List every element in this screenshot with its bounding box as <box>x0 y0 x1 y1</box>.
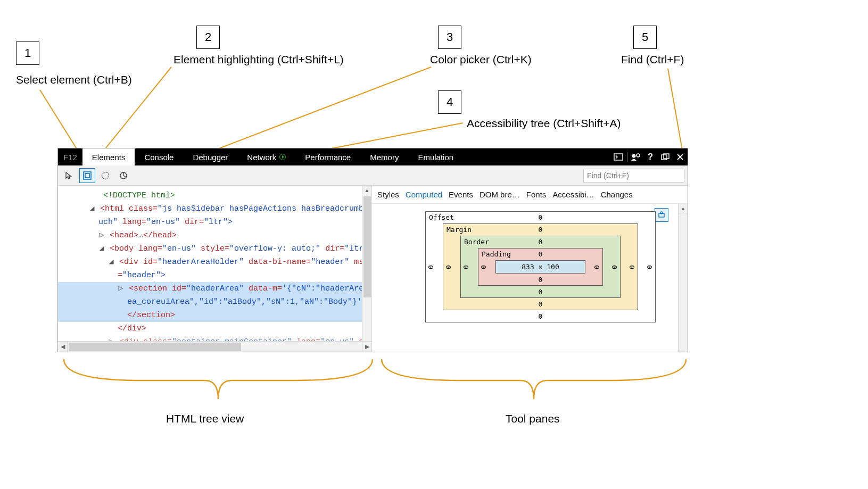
help-icon[interactable]: ? <box>643 148 658 165</box>
margin-top: 0 <box>539 226 543 234</box>
tree-line[interactable]: </div> <box>58 322 371 335</box>
tree-line[interactable]: ="header"> <box>58 269 371 282</box>
box-model-offset[interactable]: Offset 0 0 0 0 Margin 0 0 0 0 Border <box>425 211 656 322</box>
changes-tab[interactable]: Changes <box>601 190 633 199</box>
find-input[interactable] <box>583 169 684 183</box>
panel-scrollbar[interactable]: ▲ <box>678 204 688 352</box>
tab-memory[interactable]: Memory <box>360 148 408 165</box>
callout-3-num: 3 <box>447 30 453 44</box>
tree-line-selected[interactable]: ea_coreuiArea","id":"a1Body","sN":1,"aN"… <box>58 295 371 309</box>
margin-left: 0 <box>444 265 452 269</box>
border-bottom: 0 <box>539 288 543 296</box>
devtools-window: F12 Elements Console Debugger Network Pe… <box>57 148 688 352</box>
offset-left: 0 <box>427 265 435 269</box>
tab-debugger[interactable]: Debugger <box>183 148 237 165</box>
scroll-thumb[interactable] <box>69 343 241 351</box>
elements-toolbar <box>58 165 688 186</box>
content-size: 833 × 100 <box>522 263 559 271</box>
callout-1-num: 1 <box>24 46 31 60</box>
scroll-up-icon[interactable]: ▲ <box>362 186 371 195</box>
tree-line[interactable]: uch" lang="en-us" dir="ltr"> <box>58 216 371 229</box>
margin-label: Margin <box>447 226 472 234</box>
padding-label: Padding <box>482 250 511 258</box>
padding-right: 0 <box>593 265 601 269</box>
offset-label: Offset <box>429 213 454 221</box>
callout-5-text: Find (Ctrl+F) <box>621 53 684 66</box>
callout-2-num: 2 <box>205 30 211 44</box>
callout-1-box: 1 <box>16 42 39 65</box>
tree-line[interactable]: ▷ <head>…</head> <box>58 229 371 242</box>
close-icon[interactable] <box>673 148 688 165</box>
tree-horizontal-scrollbar[interactable]: ◀ ▶ <box>58 341 371 352</box>
devtools-body: <!DOCTYPE html> ◢ <html class="js hasSid… <box>58 186 688 352</box>
svg-rect-0 <box>614 154 623 160</box>
callout-2-box: 2 <box>196 26 220 49</box>
scroll-thumb[interactable] <box>363 196 371 297</box>
callout-4-text: Accessibility tree (Ctrl+Shift+A) <box>467 117 621 130</box>
callout-1-text: Select element (Ctrl+B) <box>16 73 132 86</box>
padding-bottom: 0 <box>539 276 543 284</box>
accessibility-tab[interactable]: Accessibi… <box>552 190 594 199</box>
padding-left: 0 <box>480 265 487 269</box>
f12-label: F12 <box>58 148 82 165</box>
html-tree-view-label: HTML tree view <box>166 412 244 425</box>
border-left: 0 <box>462 265 470 269</box>
element-highlighting-button[interactable] <box>79 168 95 183</box>
offset-bottom: 0 <box>539 312 543 320</box>
feedback-icon[interactable] <box>628 148 643 165</box>
html-tree-brace <box>61 357 375 404</box>
styles-tab[interactable]: Styles <box>377 190 399 199</box>
tree-vertical-scrollbar[interactable]: ▲ <box>362 186 371 341</box>
svg-point-2 <box>636 154 640 157</box>
fonts-tab[interactable]: Fonts <box>526 190 547 199</box>
scroll-left-icon[interactable]: ◀ <box>58 342 68 352</box>
diagram-page: 1 Select element (Ctrl+B) 2 Element high… <box>0 0 868 489</box>
box-model-padding[interactable]: Padding 0 0 0 0 833 × 100 <box>478 248 603 286</box>
tab-elements[interactable]: Elements <box>82 148 135 165</box>
border-top: 0 <box>539 238 543 246</box>
accessibility-tree-button[interactable] <box>115 168 131 183</box>
tree-line-selected[interactable]: ▷ <section id="headerArea" data-m='{"cN"… <box>58 282 371 295</box>
svg-point-10 <box>660 212 663 214</box>
box-model-content[interactable]: 833 × 100 <box>495 260 585 273</box>
tree-line[interactable]: ▷ <div class="container mainContainer" l… <box>58 335 371 341</box>
box-model-border[interactable]: Border 0 0 0 0 Padding 0 0 0 <box>460 236 621 298</box>
box-model-margin[interactable]: Margin 0 0 0 0 Border 0 0 0 0 <box>443 223 638 310</box>
svg-point-7 <box>102 172 109 179</box>
tree-line[interactable]: ◢ <html class="js hasSidebar hasPageActi… <box>58 202 371 216</box>
tab-network[interactable]: Network <box>237 148 295 165</box>
margin-bottom: 0 <box>539 300 543 308</box>
select-element-button[interactable] <box>61 168 77 183</box>
pin-element-icon[interactable] <box>655 208 668 222</box>
show-console-icon[interactable] <box>611 148 626 165</box>
callout-4-num: 4 <box>447 95 453 109</box>
border-right: 0 <box>611 265 619 269</box>
tool-panes-label: Tool panes <box>506 412 560 425</box>
undock-icon[interactable] <box>658 148 673 165</box>
scroll-right-icon[interactable]: ▶ <box>362 342 371 352</box>
offset-top: 0 <box>539 213 543 221</box>
events-tab[interactable]: Events <box>449 190 473 199</box>
tree-line[interactable]: ◢ <div id="headerAreaHolder" data-bi-nam… <box>58 255 371 269</box>
dom-breakpoints-tab[interactable]: DOM bre… <box>480 190 520 199</box>
computed-tab[interactable]: Computed <box>406 190 442 199</box>
scroll-up-icon[interactable]: ▲ <box>679 204 688 213</box>
box-model-panel: ▲ Offset 0 0 0 0 Margin 0 0 0 0 <box>372 204 688 352</box>
border-label: Border <box>464 238 489 246</box>
color-picker-button[interactable] <box>97 168 113 183</box>
tab-emulation[interactable]: Emulation <box>408 148 463 165</box>
tree-line[interactable]: <!DOCTYPE html> <box>58 189 371 202</box>
offset-right: 0 <box>646 265 654 269</box>
svg-rect-6 <box>85 173 89 178</box>
tree-line[interactable]: ◢ <body lang="en-us" style="overflow-y: … <box>58 242 371 255</box>
tab-performance[interactable]: Performance <box>295 148 360 165</box>
tab-console[interactable]: Console <box>135 148 183 165</box>
callout-3-box: 3 <box>438 26 461 49</box>
network-record-icon <box>279 154 286 160</box>
callout-5-num: 5 <box>642 30 648 44</box>
html-tree[interactable]: <!DOCTYPE html> ◢ <html class="js hasSid… <box>58 186 371 341</box>
tree-line-selected[interactable]: </section> <box>58 309 371 322</box>
devtools-main-tabbar: F12 Elements Console Debugger Network Pe… <box>58 148 688 165</box>
style-tabs: Styles Computed Events DOM bre… Fonts Ac… <box>372 186 688 204</box>
tool-panes-brace <box>379 357 689 404</box>
